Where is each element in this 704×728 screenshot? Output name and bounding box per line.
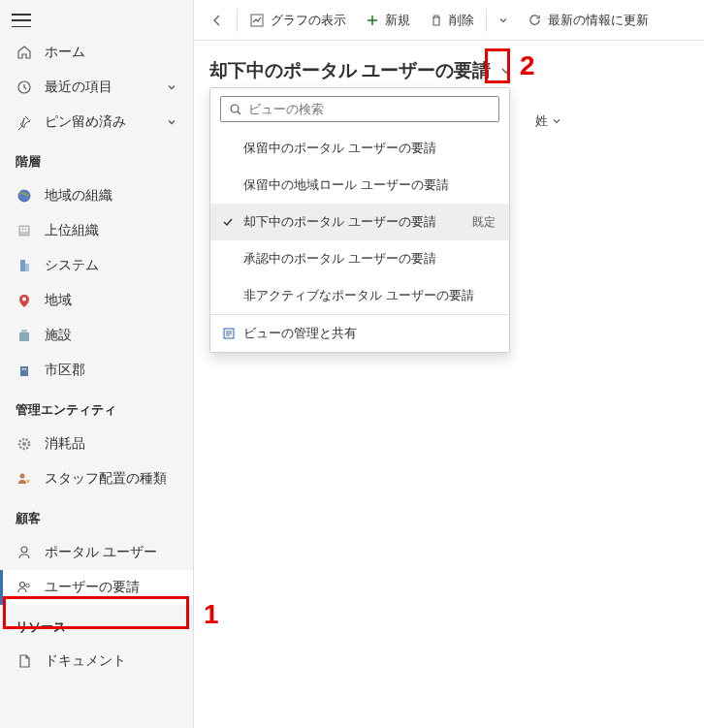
city-icon bbox=[16, 362, 33, 379]
nav-region-org[interactable]: 地域の組織 bbox=[0, 178, 193, 213]
refresh-button[interactable]: 最新の情報に更新 bbox=[518, 6, 658, 35]
nav-system[interactable]: システム bbox=[0, 248, 193, 283]
nav-label: 消耗品 bbox=[45, 435, 85, 453]
nav-label: スタッフ配置の種類 bbox=[45, 470, 167, 488]
button-label: 新規 bbox=[385, 12, 410, 29]
refresh-icon bbox=[528, 13, 542, 27]
nav-region[interactable]: 地域 bbox=[0, 283, 193, 318]
chevron-down-icon bbox=[498, 16, 508, 25]
default-badge: 既定 bbox=[472, 214, 496, 231]
chevron-down-icon bbox=[166, 116, 177, 128]
view-search-input[interactable] bbox=[248, 102, 491, 116]
svg-point-20 bbox=[21, 547, 27, 553]
manage-icon bbox=[222, 327, 236, 340]
button-label: グラフの表示 bbox=[271, 12, 346, 29]
building-icon bbox=[16, 257, 33, 274]
nav-user-requests[interactable]: ユーザーの要請 bbox=[0, 570, 193, 605]
svg-rect-12 bbox=[19, 332, 29, 341]
view-chevron-button[interactable] bbox=[496, 59, 516, 82]
svg-rect-4 bbox=[23, 227, 25, 229]
nav-recent[interactable]: 最近の項目 bbox=[0, 70, 193, 105]
view-option-label: 承認中のポータル ユーザーの要請 bbox=[243, 250, 436, 268]
svg-rect-13 bbox=[21, 330, 27, 332]
nav-label: ドキュメント bbox=[45, 652, 126, 670]
view-dropdown: 保留中のポータル ユーザーの要請 保留中の地域ロール ユーザーの要請 却下中のポ… bbox=[209, 87, 510, 353]
view-option-label: 却下中のポータル ユーザーの要請 bbox=[243, 213, 436, 231]
view-option-pending-region[interactable]: 保留中の地域ロール ユーザーの要請 bbox=[210, 167, 509, 204]
new-button[interactable]: 新規 bbox=[356, 6, 420, 35]
nav-parent-org[interactable]: 上位組織 bbox=[0, 213, 193, 248]
home-icon bbox=[16, 44, 33, 61]
view-search-box[interactable] bbox=[220, 96, 499, 122]
people-icon bbox=[16, 579, 33, 596]
view-option-approved-portal[interactable]: 承認中のポータル ユーザーの要請 bbox=[210, 240, 509, 277]
column-label: 姓 bbox=[535, 112, 548, 130]
back-button[interactable] bbox=[200, 7, 235, 34]
chevron-down-icon bbox=[499, 64, 513, 78]
back-arrow-icon bbox=[209, 13, 225, 28]
pin-icon bbox=[16, 113, 33, 131]
section-header-admin: 管理エンティティ bbox=[0, 388, 193, 427]
column-header-lastname[interactable]: 姓 bbox=[535, 112, 561, 130]
person-icon bbox=[16, 544, 33, 561]
view-option-inactive-portal[interactable]: 非アクティブなポータル ユーザーの要請 bbox=[210, 277, 509, 314]
svg-rect-5 bbox=[26, 227, 28, 229]
show-chart-button[interactable]: グラフの表示 bbox=[240, 6, 356, 35]
svg-point-21 bbox=[20, 583, 25, 587]
hamburger-row bbox=[0, 6, 193, 35]
nav-city[interactable]: 市区郡 bbox=[0, 353, 193, 388]
hamburger-menu-icon[interactable] bbox=[12, 14, 31, 27]
document-icon bbox=[16, 652, 33, 670]
nav-portal-users[interactable]: ポータル ユーザー bbox=[0, 535, 193, 570]
section-header-customers: 顧客 bbox=[0, 496, 193, 535]
nav-home[interactable]: ホーム bbox=[0, 35, 193, 70]
manage-label: ビューの管理と共有 bbox=[243, 325, 357, 342]
view-option-label: 保留中のポータル ユーザーの要請 bbox=[243, 140, 436, 157]
sidebar: ホーム 最近の項目 ピン留め済み 階層 地域の組織 上位組織 bbox=[0, 0, 194, 728]
view-option-label: 保留中の地域ロール ユーザーの要請 bbox=[243, 176, 449, 194]
nav-label: ポータル ユーザー bbox=[45, 544, 157, 561]
trash-icon bbox=[430, 14, 443, 27]
nav-consumables[interactable]: 消耗品 bbox=[0, 427, 193, 461]
facility-icon bbox=[16, 327, 33, 344]
nav-label: 施設 bbox=[45, 327, 72, 344]
nav-label: ユーザーの要請 bbox=[45, 579, 140, 596]
nav-label: 地域の組織 bbox=[45, 187, 112, 205]
svg-rect-7 bbox=[23, 230, 25, 232]
content-area: 却下中のポータル ユーザーの要請 保留中のポータル ユーザーの要請 保留中の地域… bbox=[194, 41, 704, 114]
svg-rect-9 bbox=[20, 260, 25, 271]
nav-documents[interactable]: ドキュメント bbox=[0, 644, 193, 679]
nav-pinned[interactable]: ピン留め済み bbox=[0, 105, 193, 140]
view-title: 却下中のポータル ユーザーの要請 bbox=[209, 58, 491, 83]
globe-icon bbox=[16, 187, 33, 205]
button-label: 最新の情報に更新 bbox=[548, 12, 649, 29]
svg-rect-14 bbox=[20, 366, 28, 376]
manage-views-button[interactable]: ビューの管理と共有 bbox=[210, 314, 509, 352]
svg-rect-3 bbox=[20, 227, 22, 229]
plus-icon bbox=[366, 14, 379, 27]
nav-facility[interactable]: 施設 bbox=[0, 318, 193, 353]
delete-button[interactable]: 削除 bbox=[420, 6, 484, 35]
nav-label: 市区郡 bbox=[45, 362, 85, 379]
building-grid-icon bbox=[16, 222, 33, 239]
nav-label: 最近の項目 bbox=[45, 79, 112, 96]
clock-icon bbox=[16, 79, 33, 96]
svg-point-22 bbox=[26, 584, 30, 587]
nav-label: 地域 bbox=[45, 292, 72, 309]
chevron-down-icon bbox=[166, 81, 177, 93]
svg-rect-16 bbox=[25, 368, 27, 370]
nav-label: ピン留め済み bbox=[45, 113, 126, 131]
nav-label: ホーム bbox=[45, 44, 85, 61]
section-header-hierarchy: 階層 bbox=[0, 140, 193, 178]
view-option-pending-portal[interactable]: 保留中のポータル ユーザーの要請 bbox=[210, 130, 509, 167]
delete-dropdown[interactable] bbox=[489, 10, 518, 31]
svg-point-11 bbox=[22, 298, 26, 301]
chevron-down-icon bbox=[552, 116, 561, 126]
svg-rect-10 bbox=[25, 264, 29, 271]
svg-rect-8 bbox=[26, 230, 28, 232]
search-icon bbox=[229, 103, 242, 116]
view-selector[interactable]: 却下中のポータル ユーザーの要請 bbox=[209, 58, 688, 83]
main-area: グラフの表示 新規 削除 最新の情報に更新 却下中のポータル ユーザーの要請 bbox=[194, 0, 704, 728]
view-option-rejected-portal[interactable]: 却下中のポータル ユーザーの要請 既定 bbox=[210, 204, 509, 240]
nav-staffing[interactable]: スタッフ配置の種類 bbox=[0, 461, 193, 496]
